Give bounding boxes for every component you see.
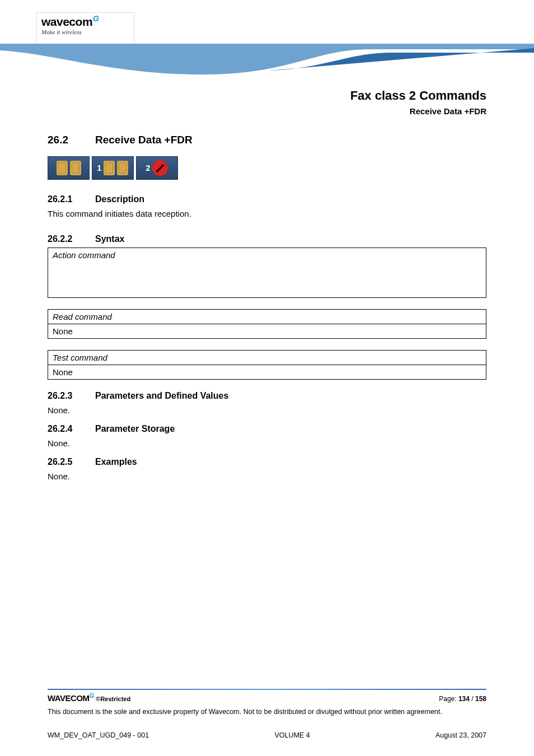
sim-badge-two-blocked: 2 (136, 156, 178, 180)
chapter-title: Fax class 2 Commands (0, 88, 486, 103)
subsection-number: 26.2.1 (48, 194, 95, 204)
subsection-number: 26.2.2 (48, 234, 95, 244)
page-footer: WAVECOMG ©Restricted Page: 134 / 158 Thi… (48, 689, 486, 717)
content-area: 26.2 Receive Data +FDR 1 2 26.2.1 Descri… (0, 134, 534, 482)
page-header: wavecomG Make it wireless (0, 0, 534, 78)
sim-badge-number: 2 (146, 164, 151, 172)
sim-status-icons: 1 2 (48, 156, 486, 180)
description-text: This command initiates data reception. (48, 208, 486, 220)
section-heading: 26.2 Receive Data +FDR (48, 134, 486, 146)
page-number: Page: 134 / 158 (439, 695, 486, 703)
logo-text: wavecom (41, 15, 92, 28)
brand-logo: wavecomG Make it wireless (36, 12, 134, 46)
volume-label: VOLUME 4 (274, 731, 310, 739)
subsection-title: Parameters and Defined Values (95, 391, 228, 401)
subsection-heading: 26.2.4 Parameter Storage (48, 424, 486, 434)
examples-text: None. (48, 470, 486, 482)
subsection-number: 26.2.5 (48, 457, 95, 467)
footer-disclaimer: This document is the sole and exclusive … (48, 707, 486, 717)
sim-chip-icon (104, 161, 115, 175)
sim-chip-icon (70, 161, 81, 175)
logo-swirl-icon: G (90, 692, 94, 699)
page-title-block: Fax class 2 Commands Receive Data +FDR (0, 88, 534, 116)
sim-badge-number: 1 (97, 164, 102, 172)
sim-chip-icon (57, 161, 68, 175)
subsection-number: 26.2.3 (48, 391, 95, 401)
logo-swirl-icon: G (93, 14, 99, 23)
test-command-box: Test command None (48, 350, 486, 380)
read-command-value: None (48, 324, 486, 338)
subsection-heading: 26.2.5 Examples (48, 457, 486, 467)
subsection-heading: 26.2.2 Syntax (48, 234, 486, 244)
storage-text: None. (48, 437, 486, 449)
test-command-label: Test command (48, 351, 486, 365)
read-command-box: Read command None (48, 309, 486, 339)
sim-badge-one: 1 (92, 156, 134, 180)
sim-badge-none (48, 156, 90, 180)
header-swoosh (0, 44, 534, 78)
footer-restricted: ©Restricted (96, 696, 130, 702)
doc-id: WM_DEV_OAT_UGD_049 - 001 (48, 731, 149, 739)
action-command-box: Action command (48, 248, 486, 298)
prohibit-icon (152, 160, 168, 176)
doc-date: August 23, 2007 (435, 731, 486, 739)
sim-chip-icon (117, 161, 128, 175)
subsection-number: 26.2.4 (48, 424, 95, 434)
subsection-title: Parameter Storage (95, 424, 175, 434)
subsection-heading: 26.2.3 Parameters and Defined Values (48, 391, 486, 401)
section-title: Receive Data +FDR (95, 134, 193, 146)
params-text: None. (48, 404, 486, 416)
section-number: 26.2 (48, 134, 95, 146)
read-command-label: Read command (48, 310, 486, 324)
footer-bottom-row: WM_DEV_OAT_UGD_049 - 001 VOLUME 4 August… (48, 731, 486, 739)
subsection-title: Description (95, 194, 144, 204)
logo-tagline: Make it wireless (41, 29, 129, 35)
footer-divider (48, 689, 486, 690)
test-command-value: None (48, 365, 486, 379)
action-command-label: Action command (48, 248, 486, 262)
footer-top-row: WAVECOMG ©Restricted Page: 134 / 158 (48, 693, 486, 703)
subsection-title: Syntax (95, 234, 124, 244)
footer-logo: WAVECOMG (48, 693, 96, 703)
subsection-heading: 26.2.1 Description (48, 194, 486, 204)
subsection-title: Examples (95, 457, 137, 467)
section-subtitle: Receive Data +FDR (0, 106, 486, 116)
